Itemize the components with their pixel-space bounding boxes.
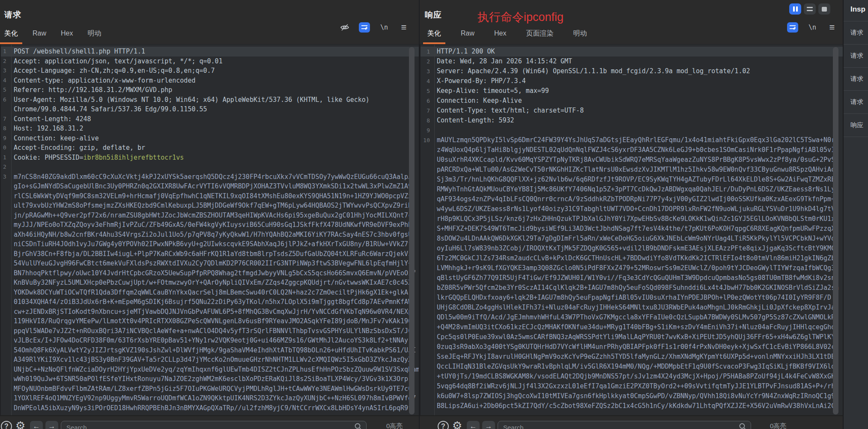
line-text: Cpc5qs0lP0Eue39xwl0Az5wmsCARfBNQ3zAqWRSS… [433, 332, 843, 342]
tab-response-4[interactable]: 明动 [569, 25, 591, 44]
line-text: UHjG8CdOBLZo4ggHslHlekIFh37i+Nluz04aFcRu… [433, 303, 843, 313]
line-text: qAF934ogs4znZPv4qIbLFsCQ0Qnrr0crncA/9zSd… [433, 194, 843, 204]
line-number [421, 401, 433, 411]
tab-request-2[interactable]: Hex [57, 25, 77, 44]
newline-icon[interactable]: \n [807, 22, 818, 33]
line-text: +tUY0jTs/19mdCLBS8WGKAM8k/vsodELAQt2DQjb… [433, 372, 843, 381]
gear-icon[interactable]: ⚙ [15, 420, 25, 429]
response-find-bar: ? ⚙ ← → 0高亮 [420, 415, 843, 429]
tab-response-0[interactable]: 美化 [423, 25, 445, 44]
line-text: U0suXrhR4XKCcapld/Kvv60MqYSPZYTpNyTKRj8A… [433, 155, 843, 165]
line-text: 54OmhQ8Fk6XyALVwtY2yJIZJrtsgKVZ190sJshZw… [10, 346, 419, 355]
editor-line: 5Keep-Alive: timeout=5, max=99 [421, 86, 843, 96]
line-text: pARCRDxQa+WLTu00/AsG2WeCvT50rNKGhHIZKcTl… [433, 165, 843, 175]
editor-line: BN7hhoqPktflpwy/oUwc10Y4JvdrHtCpbcGRzoX5… [1, 268, 419, 278]
request-editor[interactable]: 1POST /webshell/shell1.php HTTP/1.12Acce… [0, 45, 419, 415]
soft-wrap-icon[interactable] [787, 22, 798, 33]
tab-request-1[interactable]: Raw [28, 25, 51, 44]
tab-request-0[interactable]: 美化 [0, 25, 22, 44]
editor-line: pARCRDxQa+WLTu00/AsG2WeCvT50rNKGhHIZKcTl… [421, 165, 843, 175]
line-number: 4 [1, 76, 10, 86]
line-number [421, 214, 433, 224]
line-text: Server: Apache/2.4.39 (Win64) OpenSSL/1.… [433, 66, 843, 76]
soft-wrap-icon[interactable] [359, 22, 370, 33]
line-number [421, 185, 433, 194]
gear-icon[interactable]: ⚙ [452, 420, 462, 429]
editor-line: 54VulUYeuGJvgH96FwCBtct6mekVuFXldsPszRWX… [1, 259, 419, 268]
line-number [1, 393, 10, 403]
inspector-sidebar: Insp 请求请求请求请求响应 [843, 0, 868, 429]
line-text: Content-Length: 4248 [10, 114, 419, 124]
line-number [421, 204, 433, 214]
line-number [1, 297, 10, 307]
line-number [1, 384, 10, 394]
next-match-button[interactable]: → [45, 421, 58, 429]
line-text: 1YOXlREF4oQ1MNZYEgV92np9UggyMmvR5WarroUQ… [10, 393, 419, 403]
line-number [421, 165, 433, 175]
editor-line: rlCSL6WkWtyDVqf9m9C8sm32VELm9+hrHcmafj0V… [1, 191, 419, 201]
editor-line: ult79xvbUzYHW2mS8oPfsmejmzZXsHKEQzbd9Cml… [1, 201, 419, 211]
line-text: POST /webshell/shell1.php HTTP/1.1 [10, 47, 419, 57]
newline-icon[interactable]: \n [379, 22, 390, 33]
line-number [1, 104, 10, 114]
inspector-item-4[interactable]: 响应 [844, 114, 868, 137]
editor-menu-icon[interactable]: ≡ [398, 22, 409, 33]
search-options-icon[interactable]: ? [1, 421, 12, 429]
tab-response-2[interactable]: Hex [490, 25, 510, 44]
editor-line: 3Server: Apache/2.4.39 (Win64) OpenSSL/1… [421, 66, 843, 76]
search-input[interactable] [61, 424, 354, 429]
inspector-item-0[interactable]: 请求 [844, 21, 868, 45]
lines-icon[interactable] [804, 3, 816, 15]
line-text: X-Powered-By: PHP/7.3.4 [433, 76, 843, 86]
request-panel-title: 请求 [4, 9, 21, 21]
line-number [421, 381, 433, 391]
editor-line: Cpc5qs0lP0Eue39xwl0Az5wmsCARfBNQ3zAqWRSS… [421, 332, 843, 342]
editor-line: RMWyhTnhGtAQkMUouCBYeYB8Ij5Mc86UKfY7406N… [421, 185, 843, 194]
editor-line: +Q4M28vmImUQ3itCXo61kzECJcQzMHAKfOKNfue3… [421, 322, 843, 332]
line-number [421, 342, 433, 352]
tab-response-1[interactable]: Raw [456, 25, 479, 44]
line-number: 1 [1, 47, 10, 57]
line-number: 1 [1, 153, 10, 163]
highlight-count: 0高亮 [386, 422, 403, 429]
eye-off-icon[interactable] [339, 22, 350, 33]
line-number [1, 316, 10, 326]
line-text: k6u0W7+8lsp7ZWIOSj3hgQcoXwI10tMIVEa7gsn6… [433, 391, 843, 401]
line-text: 6Tz2MC0GkCJlZs734Rsm2audcCLvB+kPxlDcK6GC… [433, 253, 843, 263]
editor-line: 9 [421, 125, 843, 135]
inspector-item-3[interactable]: 请求 [844, 91, 868, 114]
search-options-icon[interactable]: ? [438, 421, 449, 429]
editor-line: Sj3m3/Tr/hnLhQKhG8QQFlXX+jz62Nvlb6w/6q6R… [421, 175, 843, 185]
request-editor-scrollbar[interactable] [409, 47, 415, 414]
search-input[interactable] [498, 424, 739, 429]
prev-match-button[interactable]: ← [467, 421, 480, 429]
line-text: Date: Wed, 28 Jan 2026 14:15:42 GMT [433, 57, 843, 66]
editor-menu-icon[interactable]: ≡ [826, 22, 838, 33]
editor-line: 5vqg64dq8Bf2iWRzv6jNLJjf4l3X2GxzxzL01eEf… [421, 381, 843, 391]
line-text [433, 125, 843, 135]
editor-line: myJJJ/NPEo0oTXZqZQoyv3eFhmRjIvPZuC/ZFb49… [1, 220, 419, 230]
line-number [421, 224, 433, 234]
request-find-bar: ? ⚙ ← → 0高亮 [0, 415, 419, 429]
pause-icon[interactable] [789, 3, 801, 15]
editor-line: 119HkVI8/RuQrqgvYMEePw/lLmotXt0v4PRIcRTX… [1, 316, 419, 326]
line-text [10, 162, 419, 172]
line-text: S+MHFXZ+DEK7S49WT6TmcJid9bysiWEf9Li3AD3W… [433, 224, 843, 234]
editor-line: YOKDwk8DCYuWTiOCwTQfR1Qda3Dffqm2qWWLCauB… [1, 288, 419, 298]
line-text: YOKDwk8DCYuWTiOCwTQfR1Qda3Dffqm2qWWLCauB… [10, 288, 419, 298]
next-match-button[interactable]: → [482, 421, 495, 429]
tab-request-3[interactable]: 明动 [83, 25, 105, 44]
line-text: A349RlYKiI9Xcv1lc43jBS3y0BnF39GAV+Ta5r2C… [10, 355, 419, 365]
cookie-value: ibr8bn5i8ihljerefbttocr1vs [84, 154, 184, 161]
tab-response-3[interactable]: 页面渲染 [522, 25, 558, 44]
editor-line: 54OmhQ8Fk6XyALVwtY2yJIZJrtsgKVZ190sJshZw… [1, 346, 419, 355]
line-number: 4 [421, 76, 433, 86]
response-editor-scrollbar[interactable] [833, 47, 838, 414]
prev-match-button[interactable]: ← [30, 421, 43, 429]
inspector-item-2[interactable]: 请求 [844, 68, 868, 91]
stop-icon[interactable] [818, 3, 830, 15]
response-editor[interactable]: 1HTTP/1.1 200 OK2Date: Wed, 28 Jan 2026 … [420, 45, 843, 415]
line-text: ult79xvbUzYHW2mS8oPfsmejmzZXsHKEQzbd9Cml… [10, 201, 419, 211]
line-text: cw+zJENDxBRjSTIoKodt9nXbncu+sjeMTjVawbDQ… [10, 307, 419, 317]
inspector-item-1[interactable]: 请求 [844, 45, 868, 68]
